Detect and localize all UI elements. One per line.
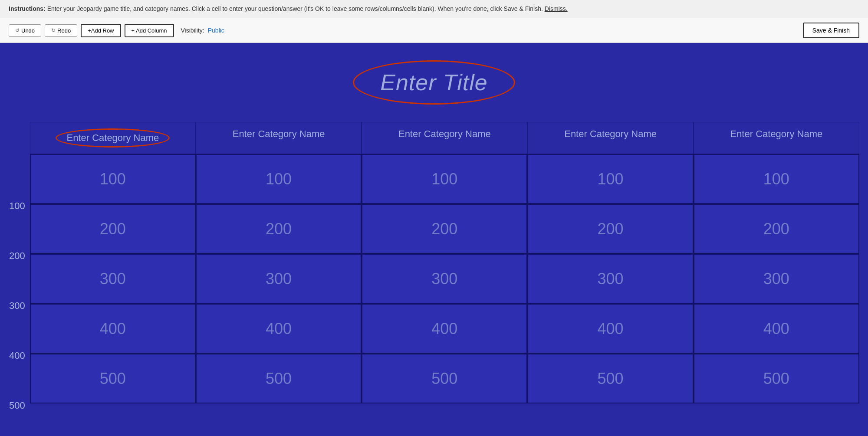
category-cell-1[interactable]: Enter Category Name <box>196 122 362 154</box>
score-cell-3-1[interactable]: 400 <box>196 304 362 354</box>
table-wrapper: 100200300400500 Enter Category NameEnter… <box>0 122 868 430</box>
score-cell-1-2[interactable]: 200 <box>362 204 527 254</box>
instruction-bold: Instructions: <box>9 5 46 12</box>
score-cell-0-1[interactable]: 100 <box>196 154 362 204</box>
row-label-4: 500 <box>9 380 30 430</box>
title-input[interactable]: Enter Title <box>380 70 488 95</box>
game-area: Enter Title 100200300400500 Enter Catego… <box>0 43 868 436</box>
score-cell-2-1[interactable]: 300 <box>196 254 362 304</box>
score-cell-3-2[interactable]: 400 <box>362 304 527 354</box>
score-cell-1-1[interactable]: 200 <box>196 204 362 254</box>
undo-icon: ↺ <box>15 27 20 33</box>
instruction-bar: Instructions: Enter your Jeopardy game t… <box>0 0 868 18</box>
score-cell-2-4[interactable]: 300 <box>694 254 859 304</box>
instruction-text: Enter your Jeopardy game title, and cate… <box>47 5 543 12</box>
category-cell-3[interactable]: Enter Category Name <box>527 122 693 154</box>
score-cell-1-0[interactable]: 200 <box>30 204 196 254</box>
category-cell-0[interactable]: Enter Category Name <box>30 122 196 154</box>
redo-button[interactable]: ↻ Redo <box>45 24 77 37</box>
redo-label: Redo <box>57 27 71 34</box>
score-cell-2-2[interactable]: 300 <box>362 254 527 304</box>
redo-icon: ↻ <box>51 27 56 33</box>
add-row-button[interactable]: +Add Row <box>81 24 121 37</box>
score-cell-3-3[interactable]: 400 <box>527 304 693 354</box>
visibility-label: Visibility: <box>181 27 204 34</box>
category-row: Enter Category NameEnter Category NameEn… <box>30 122 859 154</box>
row-label-0: 100 <box>9 181 30 231</box>
category-oval: Enter Category Name <box>56 128 170 148</box>
score-cell-0-0[interactable]: 100 <box>30 154 196 204</box>
category-cell-2[interactable]: Enter Category Name <box>362 122 527 154</box>
score-cell-4-0[interactable]: 500 <box>30 354 196 403</box>
row-label-3: 400 <box>9 331 30 380</box>
undo-label: Undo <box>21 27 35 34</box>
score-cell-3-0[interactable]: 400 <box>30 304 196 354</box>
row-labels: 100200300400500 <box>9 122 30 430</box>
score-cell-4-3[interactable]: 500 <box>527 354 693 403</box>
title-container: Enter Title <box>0 60 868 105</box>
title-oval: Enter Title <box>353 60 515 105</box>
score-cell-2-3[interactable]: 300 <box>527 254 693 304</box>
score-cell-0-2[interactable]: 100 <box>362 154 527 204</box>
score-cell-1-3[interactable]: 200 <box>527 204 693 254</box>
score-row-1: 200200200200200 <box>30 204 859 254</box>
score-row-3: 400400400400400 <box>30 304 859 354</box>
dismiss-link[interactable]: Dismiss. <box>545 5 568 12</box>
score-row-0: 100100100100100 <box>30 154 859 204</box>
score-cell-4-2[interactable]: 500 <box>362 354 527 403</box>
toolbar: ↺ Undo ↻ Redo +Add Row + Add Column Visi… <box>0 18 868 43</box>
score-row-4: 500500500500500 <box>30 354 859 403</box>
score-cell-4-1[interactable]: 500 <box>196 354 362 403</box>
row-label-2: 300 <box>9 281 30 331</box>
score-cell-0-4[interactable]: 100 <box>694 154 859 204</box>
score-cell-1-4[interactable]: 200 <box>694 204 859 254</box>
visibility-value[interactable]: Public <box>208 27 224 34</box>
save-finish-button[interactable]: Save & Finish <box>803 23 859 38</box>
undo-button[interactable]: ↺ Undo <box>9 24 41 37</box>
score-row-2: 300300300300300 <box>30 254 859 304</box>
category-cell-4[interactable]: Enter Category Name <box>694 122 859 154</box>
score-cell-2-0[interactable]: 300 <box>30 254 196 304</box>
score-cell-4-4[interactable]: 500 <box>694 354 859 403</box>
row-label-1: 200 <box>9 231 30 281</box>
score-cell-0-3[interactable]: 100 <box>527 154 693 204</box>
add-column-button[interactable]: + Add Column <box>125 24 174 37</box>
score-cell-3-4[interactable]: 400 <box>694 304 859 354</box>
game-grid: Enter Category NameEnter Category NameEn… <box>30 122 859 430</box>
